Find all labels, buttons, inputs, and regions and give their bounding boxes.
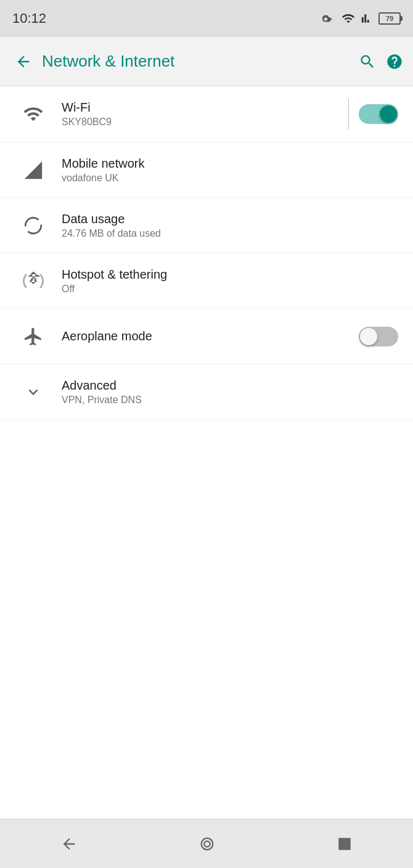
aeroplane-action	[359, 327, 398, 346]
wifi-action	[348, 99, 398, 129]
hotspot-icon	[15, 271, 52, 292]
advanced-text: Advanced VPN, Private DNS	[62, 379, 398, 406]
mobile-network-text: Mobile network vodafone UK	[62, 157, 398, 184]
advanced-title: Advanced	[62, 379, 398, 393]
wifi-divider	[348, 99, 349, 129]
wifi-title: Wi-Fi	[62, 100, 348, 115]
aeroplane-title: Aeroplane mode	[62, 329, 359, 343]
search-button[interactable]	[359, 53, 376, 70]
data-usage-text: Data usage 24.76 MB of data used	[62, 212, 398, 239]
settings-list: Wi-Fi SKY80BC9 Mobile network vodafone U…	[0, 86, 413, 819]
aeroplane-setting[interactable]: Aeroplane mode	[0, 309, 413, 364]
svg-point-1	[202, 838, 213, 850]
aeroplane-toggle[interactable]	[359, 327, 398, 346]
back-button[interactable]	[10, 48, 37, 75]
wifi-toggle-knob	[380, 105, 397, 123]
signal-icon	[361, 12, 372, 25]
aeroplane-text: Aeroplane mode	[62, 329, 359, 343]
app-bar: Network & Internet	[0, 37, 413, 86]
wifi-subtitle: SKY80BC9	[62, 117, 348, 128]
hotspot-text: Hotspot & tethering Off	[62, 268, 398, 295]
hotspot-setting[interactable]: Hotspot & tethering Off	[0, 253, 413, 309]
status-icons: 79	[322, 12, 401, 25]
wifi-status-icon	[341, 12, 355, 25]
advanced-setting[interactable]: Advanced VPN, Private DNS	[0, 364, 413, 420]
status-bar: 10:12 79	[0, 0, 413, 37]
mobile-network-setting[interactable]: Mobile network vodafone UK	[0, 142, 413, 198]
data-usage-icon	[15, 215, 52, 236]
aeroplane-icon	[15, 326, 52, 347]
recents-nav-button[interactable]	[327, 826, 362, 862]
home-nav-button[interactable]	[189, 825, 226, 862]
aeroplane-toggle-knob	[360, 328, 377, 345]
app-bar-actions	[359, 53, 403, 70]
svg-rect-3	[338, 838, 351, 850]
mobile-network-title: Mobile network	[62, 157, 398, 171]
chevron-down-icon	[15, 383, 52, 401]
page-title: Network & Internet	[42, 52, 359, 71]
advanced-subtitle: VPN, Private DNS	[62, 395, 398, 406]
navigation-bar	[0, 819, 413, 868]
wifi-icon	[15, 104, 52, 125]
help-button[interactable]	[386, 53, 403, 70]
data-usage-subtitle: 24.76 MB of data used	[62, 228, 398, 239]
svg-point-2	[204, 841, 210, 846]
data-usage-setting[interactable]: Data usage 24.76 MB of data used	[0, 198, 413, 253]
signal-bars-icon	[15, 160, 52, 181]
battery-indicator: 79	[378, 12, 401, 25]
wifi-toggle[interactable]	[359, 104, 398, 124]
mobile-network-subtitle: vodafone UK	[62, 173, 398, 184]
back-nav-button[interactable]	[51, 825, 88, 862]
hotspot-subtitle: Off	[62, 284, 398, 295]
status-time: 10:12	[12, 10, 46, 27]
vpn-key-icon	[322, 12, 335, 25]
wifi-text: Wi-Fi SKY80BC9	[62, 100, 348, 128]
svg-point-0	[25, 218, 41, 234]
data-usage-title: Data usage	[62, 212, 398, 226]
hotspot-title: Hotspot & tethering	[62, 268, 398, 282]
wifi-setting[interactable]: Wi-Fi SKY80BC9	[0, 86, 413, 142]
